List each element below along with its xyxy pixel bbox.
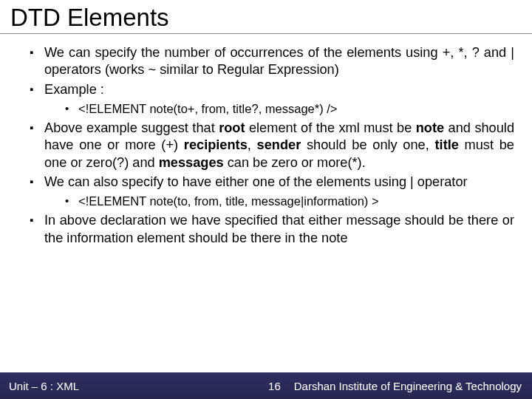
slide-title: DTD Elements: [0, 0, 532, 34]
sub-item: <!ELEMENT note(to+, from, title?, messag…: [65, 101, 514, 117]
bold-run: recipients: [184, 137, 248, 152]
bold-run: note: [416, 120, 444, 135]
text-run: element of the xml must be: [245, 120, 416, 135]
bullet-text: We can also specify to have either one o…: [44, 174, 468, 189]
bullet-item: We can specify the number of occurrences…: [30, 44, 514, 79]
sub-list: <!ELEMENT note(to, from, title, message|…: [44, 194, 514, 209]
sub-list: <!ELEMENT note(to+, from, title?, messag…: [44, 101, 514, 117]
footer-unit: Unit – 6 : XML: [0, 380, 79, 392]
bold-run: messages: [159, 155, 224, 170]
text-run: can be zero or more(*).: [224, 155, 366, 170]
bullet-item: In above declaration we have specified t…: [30, 212, 514, 247]
text-run: ,: [248, 137, 257, 152]
bullet-item: We can also specify to have either one o…: [30, 174, 514, 209]
bullet-text: We can specify the number of occurrences…: [44, 45, 514, 77]
bold-run: title: [435, 137, 459, 152]
footer-institute: Darshan Institute of Engineering & Techn…: [294, 380, 532, 392]
bold-run: sender: [257, 137, 301, 152]
bullet-item: Example : <!ELEMENT note(to+, from, titl…: [30, 81, 514, 117]
slide-container: DTD Elements We can specify the number o…: [0, 0, 532, 399]
code-text: <!ELEMENT note(to, from, title, message|…: [78, 194, 379, 208]
text-run: Above example suggest that: [44, 120, 219, 135]
bullet-text: Example :: [44, 82, 104, 97]
bold-run: root: [219, 120, 245, 135]
bullet-text: In above declaration we have specified t…: [44, 213, 514, 245]
bullet-item: Above example suggest that root element …: [30, 120, 514, 171]
footer-page-number: 16: [255, 380, 294, 392]
slide-content: We can specify the number of occurrences…: [0, 44, 532, 399]
bullet-list: We can specify the number of occurrences…: [18, 44, 514, 247]
sub-item: <!ELEMENT note(to, from, title, message|…: [65, 194, 514, 209]
text-run: should be only one,: [301, 137, 434, 152]
code-text: <!ELEMENT note(to+, from, title?, messag…: [78, 102, 337, 115]
slide-footer: Unit – 6 : XML 16 Darshan Institute of E…: [0, 372, 532, 399]
